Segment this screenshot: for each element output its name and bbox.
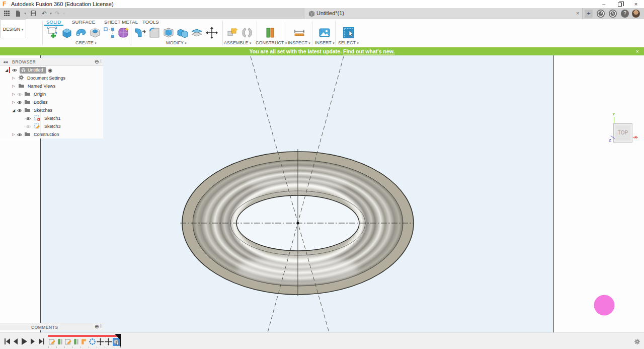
collapse-icon[interactable]: ▷ [11,84,16,88]
activate-radio-icon[interactable]: ◉ [48,67,53,73]
comments-panel[interactable]: COMMENTS ⊕ ⁞ [0,323,103,330]
avatar[interactable] [632,10,640,18]
group-select[interactable]: SELECT ▾ [338,40,359,45]
collapse-icon[interactable]: ▷ [11,100,16,104]
visibility-eye-icon[interactable] [17,92,23,97]
group-inspect[interactable]: INSPECT ▾ [288,40,310,45]
tree-row-bodies[interactable]: ▷ Bodies [0,98,103,106]
new-component-icon[interactable] [226,26,239,39]
tree-row-root[interactable]: ◢ Untitled ◉ [0,66,103,74]
timeline-marker[interactable] [115,334,120,339]
app-grid-icon[interactable] [3,10,11,18]
tree-row-named-views[interactable]: ▷ Named Views [0,82,103,90]
timeline-tick [48,346,49,348]
help-icon[interactable]: ? [621,10,629,18]
close-button[interactable]: × [629,1,643,8]
file-menu-caret[interactable]: ▾ [21,10,29,18]
go-to-start-button[interactable] [4,338,10,345]
tab-surface[interactable]: SURFACE [72,19,95,25]
group-insert[interactable]: INSERT ▾ [315,40,335,45]
timeline-sketch-icon[interactable] [64,338,72,346]
joint-icon[interactable] [240,26,254,39]
tree-row-construction[interactable]: ▷ Construction [0,130,103,138]
fillet-icon[interactable] [148,26,161,39]
timeline-rollback-bar[interactable] [48,335,120,337]
collapse-icon[interactable]: ▷ [11,76,16,80]
panel-grip-icon[interactable]: ⁞ [100,324,101,329]
pattern-icon[interactable] [103,26,116,39]
timeline-marker-line[interactable] [120,334,121,348]
panel-grip-icon[interactable]: ⁞ [100,59,101,64]
timeline-plane-icon[interactable] [56,338,64,346]
tree-row-origin[interactable]: ▷ Origin [0,90,103,98]
group-create[interactable]: CREATE ▾ [75,40,97,45]
banner-link[interactable]: Find out what's new. [343,48,394,54]
tree-row-document-settings[interactable]: ▷ Document Settings [0,74,103,82]
step-back-button[interactable] [13,338,19,345]
select-icon[interactable] [342,26,355,39]
document-tab-close-icon[interactable]: × [576,10,579,16]
tree-row-sketch1[interactable]: Sketch1 [0,114,103,122]
group-assemble[interactable]: ASSEMBLE ▾ [224,40,252,45]
collapse-icon[interactable]: ▷ [11,92,16,96]
create-sketch-icon[interactable] [46,26,59,39]
job-status-icon[interactable] [597,10,605,18]
measure-icon[interactable] [293,26,306,39]
banner-close-icon[interactable]: × [636,47,639,55]
timeline-boundary-fill-icon[interactable] [80,338,88,346]
visibility-eye-icon[interactable] [25,116,31,121]
root-document-chip[interactable]: Untitled [20,67,46,74]
insert-image-icon[interactable] [318,26,331,39]
timeline-move-icon[interactable] [97,338,104,346]
browser-header[interactable]: ◀◀ BROWSER ⊖ ⁞ [0,58,103,66]
tab-solid[interactable]: SOLID [46,19,61,25]
tab-sheet-metal[interactable]: SHEET METAL [104,19,138,25]
timeline-settings-gear-icon[interactable] [634,338,640,347]
extrude-icon[interactable] [60,26,73,39]
notifications-clock-icon[interactable] [609,10,617,18]
expand-icon[interactable]: ◢ [11,108,16,113]
expand-icon[interactable]: ◢ [4,68,9,73]
move-icon[interactable] [205,26,218,39]
minimize-button[interactable]: – [597,1,611,8]
play-button[interactable] [21,338,27,345]
visibility-eye-icon[interactable] [12,68,18,73]
visibility-eye-icon[interactable] [17,108,23,113]
tab-tools[interactable]: TOOLS [142,19,159,25]
visibility-eye-icon[interactable] [25,124,31,129]
hole-icon[interactable] [89,26,102,39]
go-to-end-button[interactable] [38,338,44,345]
visibility-eye-icon[interactable] [17,100,23,105]
collapse-icon[interactable]: ▷ [11,132,16,136]
timeline-sketch-icon[interactable] [48,338,56,346]
restore-button[interactable] [613,1,627,8]
split-icon[interactable] [190,26,203,39]
timeline-move-icon[interactable] [105,338,112,346]
panel-minus-icon[interactable]: ⊖ [95,59,99,64]
sketch-center-point[interactable] [296,222,299,224]
timeline-circular-pattern-icon[interactable] [89,338,96,346]
press-pull-icon[interactable] [134,26,147,39]
panel-plus-icon[interactable]: ⊕ [95,324,99,329]
document-icon [308,10,315,19]
revolve-icon[interactable] [74,26,88,39]
group-modify[interactable]: MODIFY ▾ [166,40,187,45]
tree-row-sketch3[interactable]: Sketch3 [0,122,103,130]
viewcube[interactable]: TOP [613,123,632,143]
shell-icon[interactable] [162,26,175,39]
timeline-plane-icon[interactable] [72,338,80,346]
new-tab-button[interactable]: + [585,10,593,18]
viewcube-top-face[interactable]: TOP [615,125,630,141]
step-forward-button[interactable] [30,338,36,345]
construction-plane-icon[interactable] [264,26,277,39]
design-workspace-button[interactable]: DESIGN ▾ [0,19,26,38]
collapse-panel-icon[interactable]: ◀◀ [3,60,8,63]
tree-row-sketches[interactable]: ◢ Sketches [0,106,103,114]
pink-marker-circle[interactable] [594,295,615,316]
visibility-eye-icon[interactable] [17,132,23,137]
document-tab[interactable]: Untitled*(1) × [304,8,583,19]
group-construct[interactable]: CONSTRUCT ▾ [256,40,287,45]
save-icon[interactable] [29,10,37,18]
combine-icon[interactable] [176,26,189,39]
create-form-icon[interactable] [117,26,130,39]
